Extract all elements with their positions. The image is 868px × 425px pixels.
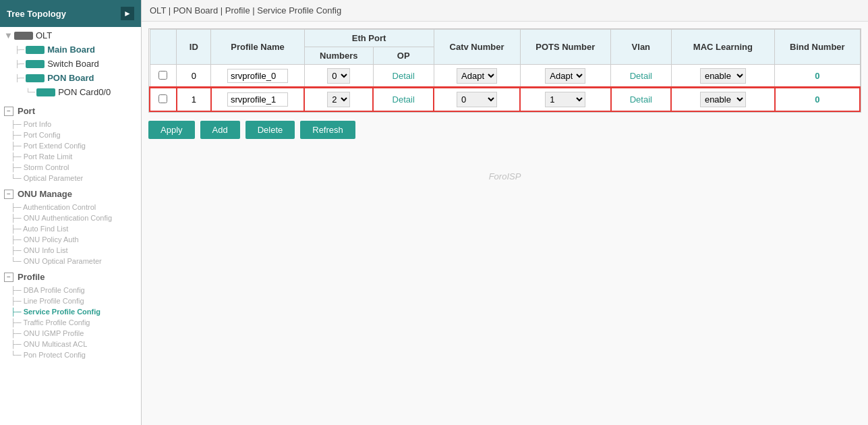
profile-toggle[interactable]: −: [4, 273, 13, 282]
breadcrumb-text: OLT | PON Board | Profile | Service Prof…: [150, 5, 341, 16]
sidebar-item-pon-protect-config[interactable]: └─ Pon Protect Config: [7, 349, 141, 360]
sidebar-item-onu-optical-parameter[interactable]: └─ ONU Optical Parameter: [7, 256, 141, 266]
content-area: ID Profile Name Eth Port Catv Number POT…: [142, 22, 868, 425]
row1-eth-op[interactable]: Detail: [373, 88, 434, 111]
row0-profile-name-input[interactable]: [227, 69, 288, 83]
header-pots-number: POTS Number: [520, 30, 611, 65]
sidebar-item-auth-control[interactable]: ├─ Authentication Control: [7, 202, 141, 213]
row0-eth-numbers[interactable]: 01234: [304, 65, 373, 88]
header-vlan: Vlan: [611, 30, 672, 65]
sidebar-item-port-config[interactable]: ├─ Port Config: [7, 130, 141, 140]
row0-checkbox[interactable]: [158, 71, 167, 80]
sidebar: Tree Topology ► ▼ OLT ├─ Main Board ├─ S…: [0, 0, 142, 425]
sidebar-item-port-info[interactable]: ├─ Port Info: [7, 119, 141, 130]
switch-board-label: Switch Board: [47, 59, 99, 69]
row1-catv-number[interactable]: 01Adapt: [434, 88, 520, 111]
service-profile-table: ID Profile Name Eth Port Catv Number POT…: [149, 29, 861, 112]
row1-profile-name-input[interactable]: [227, 92, 288, 107]
table-row: 1 01234 Detail 01Adapt: [150, 88, 860, 111]
pon-board-label: PON Board: [47, 73, 94, 83]
row1-pots-select[interactable]: 01Adapt: [545, 92, 585, 107]
header-profile-name: Profile Name: [211, 30, 304, 65]
sidebar-title: Tree Topology: [7, 9, 66, 19]
tree-item-main-board[interactable]: ├─ Main Board: [11, 42, 141, 57]
breadcrumb: OLT | PON Board | Profile | Service Prof…: [142, 0, 868, 22]
refresh-button[interactable]: Refresh: [300, 121, 355, 139]
row1-mac-learning[interactable]: enabledisable: [671, 88, 775, 111]
header-id: ID: [177, 30, 211, 65]
row0-catv-select[interactable]: Adapt01: [457, 68, 497, 84]
row0-detail-link[interactable]: Detail: [393, 71, 415, 81]
row0-mac-select[interactable]: enabledisable: [700, 68, 746, 84]
row1-detail-link[interactable]: Detail: [393, 94, 415, 105]
sidebar-item-onu-policy-auth[interactable]: ├─ ONU Policy Auth: [7, 234, 141, 245]
row0-vlan[interactable]: Detail: [611, 65, 672, 88]
row0-checkbox-cell[interactable]: [150, 65, 177, 88]
row1-pots-number[interactable]: 01Adapt: [520, 88, 611, 111]
onu-section-header: − ONU Manage: [0, 186, 141, 202]
table-body: 0 01234 Detail Adapt01: [150, 65, 860, 112]
sidebar-item-onu-auth-config[interactable]: ├─ ONU Authentication Config: [7, 213, 141, 223]
header-mac-learning: MAC Learning: [671, 30, 775, 65]
sidebar-item-traffic-profile-config[interactable]: ├─ Traffic Profile Config: [7, 317, 141, 328]
profile-section-label: Profile: [18, 272, 45, 282]
row1-eth-numbers-select[interactable]: 01234: [327, 92, 350, 107]
onu-toggle[interactable]: −: [4, 190, 13, 199]
row0-mac-learning[interactable]: enabledisable: [671, 65, 775, 88]
row0-profile-name[interactable]: [211, 65, 304, 88]
add-button[interactable]: Add: [200, 121, 240, 139]
sidebar-item-line-profile-config[interactable]: ├─ Line Profile Config: [7, 295, 141, 306]
tree-item-switch-board[interactable]: ├─ Switch Board: [11, 57, 141, 71]
row0-catv-number[interactable]: Adapt01: [434, 65, 520, 88]
sidebar-item-port-rate-limit[interactable]: ├─ Port Rate Limit: [7, 151, 141, 162]
delete-button[interactable]: Delete: [245, 121, 295, 139]
profile-section-header: − Profile: [0, 269, 141, 285]
sidebar-item-onu-igmp-profile[interactable]: ├─ ONU IGMP Profile: [7, 328, 141, 339]
row1-checkbox-cell[interactable]: [150, 88, 177, 111]
tree-item-pon-card[interactable]: └─ PON Card0/0: [22, 85, 141, 99]
row1-eth-numbers[interactable]: 01234: [304, 88, 373, 111]
sidebar-item-optical-parameter[interactable]: └─ Optical Parameter: [7, 173, 141, 183]
port-section-header: − Port: [0, 103, 141, 119]
main-board-icon: [26, 46, 45, 54]
header-catv-number: Catv Number: [434, 30, 520, 65]
pon-card-icon: [36, 88, 55, 96]
port-toggle[interactable]: −: [4, 107, 13, 116]
sidebar-item-dba-profile-config[interactable]: ├─ DBA Profile Config: [7, 285, 141, 295]
tree-node-olt: ▼ OLT ├─ Main Board ├─ Switch Board ├─ P…: [0, 27, 141, 101]
watermark: ForoISP: [148, 166, 861, 183]
row1-mac-select[interactable]: enabledisable: [700, 92, 746, 107]
apply-button[interactable]: Apply: [148, 121, 195, 139]
header-eth-port: Eth Port: [304, 30, 434, 47]
row0-eth-op[interactable]: Detail: [373, 65, 434, 88]
sidebar-item-auto-find-list[interactable]: ├─ Auto Find List: [7, 223, 141, 234]
row0-bind-number: 0: [775, 65, 860, 88]
switch-board-icon: [26, 60, 45, 68]
row1-id: 1: [177, 88, 211, 111]
sidebar-collapse-button[interactable]: ►: [121, 7, 134, 20]
row0-vlan-detail-link[interactable]: Detail: [630, 71, 652, 81]
row1-catv-select[interactable]: 01Adapt: [457, 92, 497, 107]
watermark-text: ForoISP: [489, 171, 521, 181]
pon-card-label: PON Card0/0: [58, 87, 111, 97]
row1-vlan-detail-link[interactable]: Detail: [630, 94, 652, 105]
row0-eth-numbers-select[interactable]: 01234: [327, 68, 350, 84]
sidebar-item-onu-info-list[interactable]: ├─ ONU Info List: [7, 245, 141, 256]
onu-section-label: ONU Manage: [18, 189, 72, 199]
sidebar-header: Tree Topology ►: [0, 0, 141, 27]
sidebar-item-storm-control[interactable]: ├─ Storm Control: [7, 162, 141, 173]
action-buttons: Apply Add Delete Refresh: [148, 121, 861, 139]
row1-checkbox[interactable]: [158, 94, 167, 103]
sidebar-item-onu-multicast-acl[interactable]: ├─ ONU Multicast ACL: [7, 339, 141, 349]
sidebar-item-service-profile-config[interactable]: ├─ Service Profile Config: [7, 306, 141, 317]
row1-profile-name[interactable]: [211, 88, 304, 111]
tree-item-olt[interactable]: ▼ OLT: [0, 28, 141, 42]
row1-bind-number: 0: [775, 88, 860, 111]
row0-pots-select[interactable]: Adapt01: [545, 68, 585, 84]
row0-pots-number[interactable]: Adapt01: [520, 65, 611, 88]
pon-board-icon: [26, 74, 45, 82]
tree-item-pon-board[interactable]: ├─ PON Board: [11, 71, 141, 85]
port-section-label: Port: [18, 106, 35, 116]
sidebar-item-port-extend-config[interactable]: ├─ Port Extend Config: [7, 140, 141, 151]
row1-vlan[interactable]: Detail: [611, 88, 672, 111]
